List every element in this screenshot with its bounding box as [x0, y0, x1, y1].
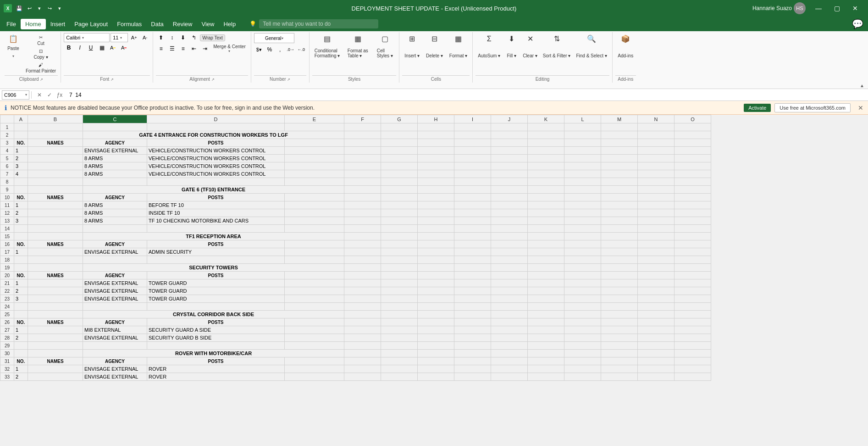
data-cell[interactable]: [418, 225, 454, 233]
data-cell[interactable]: [491, 248, 528, 256]
data-cell[interactable]: [491, 178, 528, 186]
data-cell[interactable]: [381, 311, 418, 318]
data-cell[interactable]: [344, 350, 381, 357]
column-header-cell[interactable]: [601, 240, 638, 248]
column-header-cell[interactable]: [638, 318, 674, 326]
column-header-cell[interactable]: [381, 139, 418, 147]
column-header-cell[interactable]: [564, 194, 601, 201]
data-cell[interactable]: [491, 342, 528, 350]
data-cell[interactable]: [454, 264, 491, 272]
data-cell[interactable]: [418, 178, 454, 186]
data-cell[interactable]: [418, 186, 454, 194]
data-cell[interactable]: [638, 131, 674, 139]
data-cell[interactable]: [674, 279, 711, 287]
data-cell[interactable]: [528, 279, 564, 287]
data-cell[interactable]: [638, 256, 674, 264]
data-cell[interactable]: [528, 350, 564, 357]
format-painter-button[interactable]: 🖌Format Painter: [24, 61, 58, 74]
data-cell[interactable]: [344, 233, 381, 240]
activate-button[interactable]: Activate: [744, 104, 771, 112]
data-cell[interactable]: [381, 295, 418, 303]
column-header-cell[interactable]: AGENCY: [83, 272, 147, 279]
column-header-cell[interactable]: [454, 194, 491, 201]
data-cell[interactable]: [344, 279, 381, 287]
col-header-M[interactable]: M: [601, 115, 638, 123]
data-cell[interactable]: [285, 225, 344, 233]
conditional-formatting-button[interactable]: ▤ ConditionalFormatting ▾: [312, 33, 343, 60]
data-cell[interactable]: [528, 311, 564, 318]
top-align-button[interactable]: ⬆: [156, 33, 166, 42]
column-header-cell[interactable]: NAMES: [28, 357, 83, 365]
fill-button[interactable]: ⬇ Fill ▾: [503, 33, 520, 60]
data-cell[interactable]: TF 10 CHECKING MOTORBIKE AND CARS: [147, 217, 285, 225]
data-cell[interactable]: [418, 209, 454, 217]
data-cell[interactable]: ROVER: [147, 365, 285, 373]
data-cell[interactable]: [83, 178, 147, 186]
column-header-cell[interactable]: [491, 357, 528, 365]
data-cell[interactable]: 1: [14, 365, 28, 373]
data-cell[interactable]: [564, 373, 601, 381]
paste-button[interactable]: 📋 Paste ▾: [5, 33, 22, 60]
data-cell[interactable]: 8 ARMS: [83, 155, 147, 162]
column-header-cell[interactable]: [491, 139, 528, 147]
data-cell[interactable]: [14, 131, 28, 139]
data-cell[interactable]: [454, 248, 491, 256]
column-header-cell[interactable]: [344, 272, 381, 279]
column-header-cell[interactable]: [454, 240, 491, 248]
data-cell[interactable]: [381, 334, 418, 342]
data-cell[interactable]: [674, 287, 711, 295]
column-header-cell[interactable]: AGENCY: [83, 194, 147, 201]
decrease-decimal-button[interactable]: ←.0: [296, 45, 306, 54]
data-cell[interactable]: [528, 303, 564, 311]
data-cell[interactable]: [491, 162, 528, 170]
data-cell[interactable]: [454, 162, 491, 170]
col-header-G[interactable]: G: [381, 115, 418, 123]
column-header-cell[interactable]: [285, 357, 344, 365]
data-cell[interactable]: [454, 287, 491, 295]
column-header-cell[interactable]: POSTS: [147, 318, 285, 326]
data-cell[interactable]: [638, 311, 674, 318]
data-cell[interactable]: [454, 225, 491, 233]
menu-review[interactable]: Review: [168, 19, 197, 29]
data-cell[interactable]: [564, 365, 601, 373]
data-cell[interactable]: [564, 326, 601, 334]
data-cell[interactable]: [285, 123, 344, 131]
data-cell[interactable]: ENVISAGE EXTERNAL: [83, 147, 147, 155]
font-name-selector[interactable]: Calibri ▾: [64, 33, 110, 42]
decrease-indent-button[interactable]: ⇤: [189, 44, 199, 53]
data-cell[interactable]: [564, 295, 601, 303]
data-cell[interactable]: [601, 162, 638, 170]
data-cell[interactable]: [381, 186, 418, 194]
column-header-cell[interactable]: NO.: [14, 194, 28, 201]
data-cell[interactable]: [14, 123, 28, 131]
data-cell[interactable]: 4: [14, 170, 28, 178]
data-cell[interactable]: [491, 217, 528, 225]
main-grid[interactable]: A B C D E F G H I J K L M N O: [0, 115, 868, 446]
data-cell[interactable]: 2: [14, 373, 28, 381]
data-cell[interactable]: [528, 123, 564, 131]
data-cell[interactable]: [564, 186, 601, 194]
data-cell[interactable]: [454, 342, 491, 350]
data-cell[interactable]: [638, 225, 674, 233]
middle-align-button[interactable]: ↕: [167, 33, 177, 42]
data-cell[interactable]: [528, 373, 564, 381]
col-header-C[interactable]: C: [83, 115, 147, 123]
percent-button[interactable]: %: [265, 45, 275, 54]
data-cell[interactable]: [381, 201, 418, 209]
data-cell[interactable]: [491, 287, 528, 295]
data-cell[interactable]: [564, 170, 601, 178]
data-cell[interactable]: [601, 264, 638, 272]
column-header-cell[interactable]: [564, 272, 601, 279]
data-cell[interactable]: [528, 365, 564, 373]
increase-indent-button[interactable]: ⇥: [200, 44, 210, 53]
column-header-cell[interactable]: [285, 240, 344, 248]
data-cell[interactable]: TOWER GUARD: [147, 295, 285, 303]
data-cell[interactable]: [344, 155, 381, 162]
data-cell[interactable]: [344, 287, 381, 295]
menu-file[interactable]: File: [2, 19, 21, 29]
addins-button[interactable]: 📦 Add-ins: [615, 33, 636, 60]
data-cell[interactable]: [381, 162, 418, 170]
data-cell[interactable]: [564, 217, 601, 225]
data-cell[interactable]: [674, 178, 711, 186]
column-header-cell[interactable]: POSTS: [147, 272, 285, 279]
